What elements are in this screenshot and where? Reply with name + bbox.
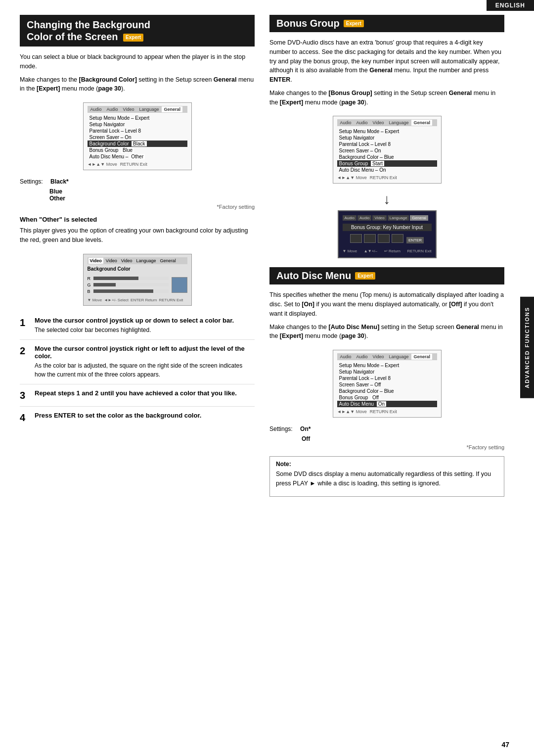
screen-mockup-auto: AudioAudioVideoLanguageGeneral Setup Men… xyxy=(333,350,442,418)
step-1: 1 Move the cursor control joystick up or… xyxy=(20,317,255,340)
auto-intro-text: This specifies whether the menu (Top men… xyxy=(269,290,504,318)
note-title: Note: xyxy=(276,461,498,468)
left-section-title: Changing the Background Color of the Scr… xyxy=(27,19,248,43)
auto-section-header: Auto Disc Menu Expert xyxy=(269,267,504,284)
left-column: Changing the Background Color of the Scr… xyxy=(20,15,255,497)
settings-label: Settings: xyxy=(20,178,43,185)
page-number: 47 xyxy=(501,741,509,749)
auto-factory-note: *Factory setting xyxy=(269,444,504,450)
auto-setting-off: Off xyxy=(302,435,310,442)
expert-badge-left: Expert xyxy=(123,34,143,42)
expert-badge-auto: Expert xyxy=(355,272,375,280)
left-intro-text: You can select a blue or black backgroun… xyxy=(20,52,255,71)
bonus-intro-text: Some DVD-Audio discs have an extra 'bonu… xyxy=(269,38,504,85)
bonus-section-header: Bonus Group Expert xyxy=(269,15,504,32)
bonus-make-changes-text: Make changes to the [Bonus Group] settin… xyxy=(269,89,504,107)
screen-mockup-left-1: AudioAudioVideoLanguageGeneral Setup Men… xyxy=(83,102,192,170)
auto-make-changes-text: Make changes to the [Auto Disc Menu] set… xyxy=(269,323,504,341)
when-other-heading: When "Other" is selected xyxy=(20,216,255,223)
left-make-changes-text: Make changes to the [Background Color] s… xyxy=(20,75,255,94)
color-screen-mockup: Video Video Video Language General Backg… xyxy=(83,254,192,306)
setting-other: Other xyxy=(49,195,65,202)
when-other-text: This player gives you the option of crea… xyxy=(20,226,255,245)
expert-badge-bonus: Expert xyxy=(344,20,364,27)
note-box: Note: Some DVD discs display a menu auto… xyxy=(269,456,504,497)
language-bar: ENGLISH xyxy=(487,0,534,11)
setting-black: Black* xyxy=(50,178,69,185)
step-4: 4 Press ENTER to set the color as the ba… xyxy=(20,412,255,428)
auto-title: Auto Disc Menu xyxy=(276,270,351,282)
side-tab-advanced-functions: ADVANCED FUNCTIONS xyxy=(520,297,534,398)
left-section-header: Changing the Background Color of the Scr… xyxy=(20,15,255,47)
screen-mockup-bonus-1: AudioAudioVideoLanguageGeneral Setup Men… xyxy=(333,116,442,184)
setting-blue: Blue xyxy=(49,188,62,195)
screen-mockup-bonus-2: Audio Audio Video Language General Bonus… xyxy=(338,210,437,258)
step-2: 2 Move the cursor control joystick right… xyxy=(20,345,255,384)
auto-setting-on: On* xyxy=(300,425,311,432)
step-3: 3 Repeat steps 1 and 2 until you have ac… xyxy=(20,389,255,407)
bonus-title: Bonus Group xyxy=(276,18,340,29)
factory-note-left: *Factory setting xyxy=(20,204,255,210)
auto-settings-label: Settings: xyxy=(269,425,293,432)
right-column: Bonus Group Expert Some DVD-Audio discs … xyxy=(269,15,504,497)
arrow-down-icon: ↓ xyxy=(269,192,504,206)
note-text: Some DVD discs display a menu automatica… xyxy=(276,470,498,488)
